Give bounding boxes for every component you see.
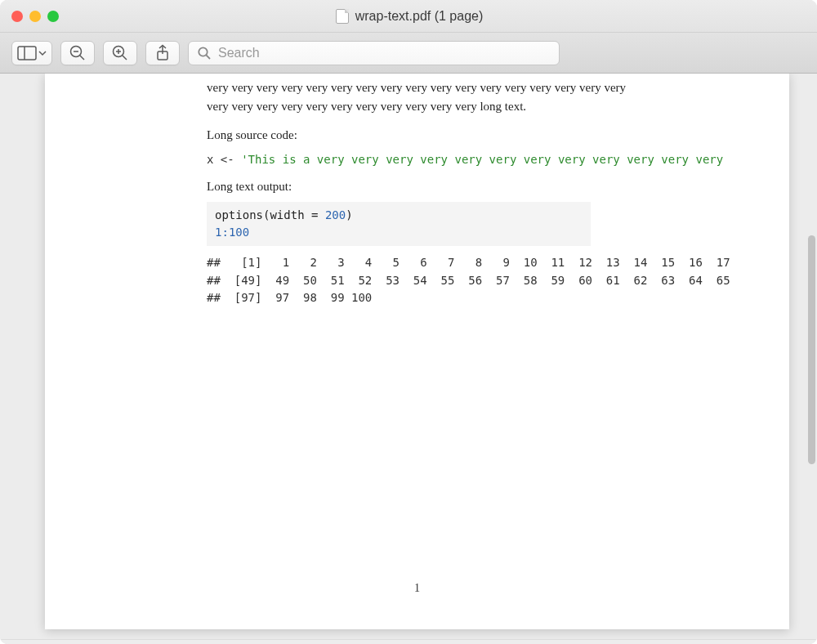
- file-icon: [336, 9, 349, 24]
- zoom-in-button[interactable]: [103, 41, 137, 65]
- sidebar-toggle-button[interactable]: [11, 41, 52, 65]
- toolbar: [0, 33, 817, 74]
- title-region: wrap-text.pdf (1 page): [59, 9, 760, 24]
- output-block: ## [1] 1 2 3 4 5 6 7 8 9 10 11 12 13 14 …: [207, 254, 775, 307]
- close-window-button[interactable]: [11, 11, 23, 22]
- document-viewport[interactable]: very very very very very very very very …: [0, 74, 817, 639]
- search-field[interactable]: [188, 41, 560, 65]
- share-icon: [154, 44, 172, 62]
- code-num: 200: [325, 208, 346, 221]
- share-button[interactable]: [145, 41, 180, 65]
- minimize-window-button[interactable]: [29, 11, 41, 22]
- code-source-line: x <- 'This is a very very very very very…: [207, 150, 775, 168]
- svg-line-12: [207, 55, 211, 59]
- document-body: very very very very very very very very …: [45, 74, 789, 307]
- search-input[interactable]: [218, 46, 551, 60]
- svg-point-11: [199, 47, 207, 56]
- zoom-in-icon: [111, 44, 129, 62]
- code-string: 'This is a very very very very very very…: [241, 153, 723, 166]
- chevron-down-icon: [38, 50, 47, 56]
- zoom-out-button[interactable]: [60, 41, 95, 65]
- window-title: wrap-text.pdf (1 page): [355, 9, 484, 24]
- zoom-out-icon: [69, 44, 87, 62]
- vertical-scrollbar-thumb[interactable]: [808, 235, 815, 464]
- code-fn: options: [215, 208, 263, 221]
- code-op: :: [221, 226, 228, 239]
- page-number: 1: [45, 582, 789, 595]
- code-close: ): [346, 208, 352, 221]
- titlebar: wrap-text.pdf (1 page): [0, 0, 817, 33]
- code-paren: (width =: [263, 208, 325, 221]
- bottom-bar: [0, 639, 817, 644]
- code-block: options(width = 200)1:100: [207, 202, 591, 246]
- sidebar-icon: [17, 46, 37, 60]
- paragraph-text: very very very very very very very very …: [207, 74, 644, 117]
- pdf-page: very very very very very very very very …: [45, 74, 789, 629]
- svg-line-3: [80, 56, 84, 60]
- search-icon: [197, 46, 212, 60]
- heading-source: Long source code:: [207, 128, 775, 142]
- output-row: ## [1] 1 2 3 4 5 6 7 8 9 10 11 12 13 14 …: [207, 256, 730, 269]
- output-row: ## [49] 49 50 51 52 53 54 55 56 57 58 59…: [207, 274, 730, 287]
- svg-rect-0: [18, 47, 36, 60]
- code-num-100: 100: [229, 226, 249, 239]
- code-assign: x <-: [207, 153, 241, 166]
- window-controls: [11, 11, 59, 22]
- svg-line-6: [123, 56, 127, 60]
- output-row: ## [97] 97 98 99 100: [207, 291, 372, 304]
- heading-output: Long text output:: [207, 180, 775, 194]
- zoom-window-button[interactable]: [47, 11, 59, 22]
